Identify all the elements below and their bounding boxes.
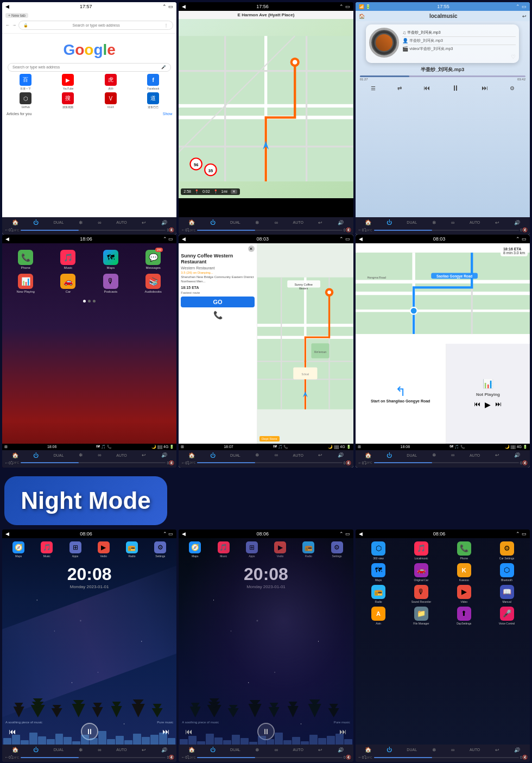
nav-back[interactable]: ← — [5, 23, 10, 28]
home-btn[interactable]: 🏠 — [12, 219, 18, 225]
back-carplay[interactable]: ◀ — [5, 236, 9, 242]
address-bar[interactable]: 🔒 Search or type web address ⋮ — [18, 21, 173, 30]
app-video[interactable]: ▶ Video — [444, 585, 484, 603]
new-tab[interactable]: + New tab — [5, 13, 28, 18]
back-music-icon[interactable]: ↩ — [522, 14, 527, 19]
bottom-bar-coffee: 🏠 ⏻ DUAL ❄ ∞ AUTO ↩ 🔊 ← 0 ⤵ 24°C — [179, 450, 353, 468]
app-kuwooo[interactable]: K Kuwooo — [444, 563, 484, 582]
track-2-item[interactable]: 👤 半壶纱_刘珂矣.mp3 — [402, 37, 516, 45]
expand-icon: ⌃ — [162, 4, 167, 9]
app-avin[interactable]: A Avin — [359, 607, 398, 625]
carplay-music[interactable]: 🎵 Music — [49, 250, 87, 269]
app-filemanager[interactable]: 📁 File Manager — [401, 607, 441, 625]
app-maps[interactable]: 🗺 Maps — [359, 563, 398, 582]
bottom-bar-night2: 🏠 ⏻ DUAL ❄ ∞ AUTO ↩ 🔊 ← 0 ⤵ 24°C — [179, 745, 353, 762]
app-360view[interactable]: ⬡ 360 view — [359, 541, 398, 560]
heart-btn[interactable]: ♡ — [402, 53, 516, 60]
bottom-bar-nav: 🏠 ⏻ DUAL ❄ ∞ AUTO ↩ 🔊 ← 0 ⤵ 24°C — [179, 217, 353, 235]
night3-apps-grid: ⬡ 360 view 🎵 Localmusic 📞 Phone ⚙ Car Se… — [356, 538, 530, 628]
google-search-input[interactable]: Search or type web address 🎤 — [8, 63, 171, 72]
power-btn[interactable]: ⏻ — [33, 219, 39, 225]
app-dspsettings[interactable]: ⬆ DspSettings — [444, 607, 484, 625]
app-hupu[interactable]: 虎 虎扑 — [91, 74, 131, 90]
close-music-icon[interactable]: ▭ — [522, 4, 527, 9]
app-soundrecorder[interactable]: 🎙 Sound Recorder — [401, 585, 441, 603]
equalizer-btn[interactable]: ⚙ — [510, 85, 515, 91]
hongma-svg: Saoliao Gongye Road Hongma Road — [356, 243, 530, 343]
app-manual[interactable]: 📖 Manual — [487, 585, 527, 603]
carplay-bottom-status: ⊞ 18:06 🗺 🎵 📞 🌙 ||||| 4G 🔋 — [2, 444, 176, 450]
carplay-podcasts[interactable]: 🎙 Podcasts — [92, 274, 130, 293]
app-carsettings[interactable]: ⚙ Car Settings — [487, 541, 527, 560]
svg-text:Xin'ercun: Xin'ercun — [314, 350, 326, 354]
home-music-icon[interactable]: 🏠 — [359, 14, 365, 19]
svg-text:Hongma Road: Hongma Road — [367, 276, 385, 280]
app-localmusic[interactable]: 🎵 Localmusic — [401, 541, 441, 560]
auto-btn[interactable]: AUTO — [116, 220, 126, 224]
app-github[interactable]: ⬡ GitHub — [5, 92, 46, 109]
svg-text:56: 56 — [194, 162, 198, 167]
go-button[interactable]: GO — [181, 297, 255, 307]
nav-forward[interactable]: → — [12, 23, 16, 28]
track-3-item[interactable]: 🎬 video/半壶纱_刘珂矣.mp3 — [402, 45, 516, 53]
music-player-area: ♫ 半壶纱_刘珂矣.mp3 👤 半壶纱_刘珂矣.mp3 🎬 video/半壶纱_ — [356, 21, 530, 64]
night-mode-banner: Night Mode — [4, 476, 167, 525]
dual-btn[interactable]: DUAL — [54, 220, 64, 224]
ac-btn[interactable]: ❄ — [79, 220, 83, 225]
app-facebook[interactable]: f Facebook — [133, 74, 173, 90]
bottom-bar-nav-split: 🏠 ⏻ DUAL ❄ ∞ AUTO ↩ 🔊 ← 0 ⤵ 24°C — [356, 450, 530, 468]
show-link[interactable]: Show — [163, 112, 173, 116]
carplay-bottom-bar: ⊞ 18:07 🗺 🎵 📞 🌙 ||||| 4G 🔋 — [179, 444, 353, 450]
close-map-btn[interactable]: ✕ — [231, 190, 237, 194]
music-rew-btn[interactable]: ⏮ — [474, 400, 480, 409]
music-play-btn[interactable]: ▶ — [485, 400, 491, 409]
window-icon: ▭ — [168, 4, 173, 9]
volume-btn[interactable]: 🔊 — [161, 220, 167, 225]
back-car-btn[interactable]: ← — [4, 228, 9, 232]
playlist-btn[interactable]: ☰ — [371, 85, 376, 91]
svg-text:Western: Western — [299, 287, 308, 290]
call-btn[interactable]: 📞 — [181, 311, 255, 319]
return-btn[interactable]: ↩ — [142, 220, 146, 225]
carplay-car[interactable]: 🚗 Car — [49, 274, 87, 293]
app-radio[interactable]: 📻 Radio — [359, 585, 398, 603]
bottom-bar-night1: 🏠 ⏻ DUAL ❄ ∞ AUTO ↩ 🔊 ← 0 ⤵ 24°C — [2, 745, 176, 762]
app-vlex[interactable]: V VLEX — [91, 92, 131, 109]
carplay-maps[interactable]: 🗺 Maps — [92, 250, 130, 269]
route-type: Fastest route — [181, 291, 255, 294]
back-nav-icon[interactable]: ◀ — [182, 4, 186, 9]
home-btn-nav[interactable]: 🏠 — [188, 219, 195, 225]
carplay-phone[interactable]: 📞 Phone — [7, 250, 45, 269]
music-header: 🏠 localmusic ↩ — [356, 11, 530, 21]
carplay-nowplaying[interactable]: 📊 Now Playing — [7, 274, 45, 293]
app-originalcar[interactable]: 🚗 Original Car — [401, 563, 441, 582]
close-nav-btn[interactable]: ✕ — [248, 245, 255, 252]
status-bar-night3: ◀ 08:06 ⌃ ▭ — [356, 529, 530, 538]
nav-top-map: Saoliao Gongye Road Hongma Road 18:16 ET… — [356, 243, 530, 343]
loop-btn[interactable]: ∞ — [98, 220, 101, 225]
track-1-item[interactable]: ♫ 半壶纱_刘珂矣.mp3 — [402, 29, 516, 37]
shuffle-btn[interactable]: ⇄ — [397, 85, 402, 91]
app-phone[interactable]: 📞 Phone — [444, 541, 484, 560]
back-icon[interactable]: ◀ — [5, 4, 9, 9]
app-bluetooth[interactable]: ⬡ Bluetooth — [487, 563, 527, 582]
carplay-audiobooks[interactable]: 📚 Audiobooks — [134, 274, 172, 293]
app-voicecontrol[interactable]: 🎤 Voice Control — [487, 607, 527, 625]
map-svg: 56 35 — [179, 19, 353, 198]
app-sohu[interactable]: 搜 搜狐视频 — [48, 92, 88, 109]
screen-night2: ◀ 08:06 ⌃ ▭ 🧭 Maps 🎵 Music — [179, 529, 353, 762]
next-btn[interactable]: ⏭ — [482, 84, 488, 92]
mute-btn[interactable]: 🔇 — [169, 228, 174, 232]
app-baidu[interactable]: 百 百度一下 — [5, 74, 46, 90]
status-bar-nav-coffee: ◀ 08:03 ⌃ ▭ — [179, 235, 353, 243]
google-apps: 百 百度一下 ▶ YouTube 虎 虎扑 f — [2, 72, 176, 111]
prev-btn[interactable]: ⏮ — [423, 84, 430, 92]
trees-svg-2 — [179, 698, 353, 717]
tree-silhouettes-2 — [179, 698, 353, 717]
status-bar-google: ◀ 17:57 ⌃ ▭ — [2, 2, 176, 11]
carplay-messages[interactable]: 💬 259 Messages — [134, 250, 172, 269]
pause-btn[interactable]: ⏸ — [452, 84, 459, 92]
app-youtube[interactable]: ▶ YouTube — [48, 74, 88, 90]
music-ff-btn[interactable]: ⏭ — [495, 400, 502, 409]
app-daoke[interactable]: 道 道客巴巴 — [133, 92, 173, 109]
